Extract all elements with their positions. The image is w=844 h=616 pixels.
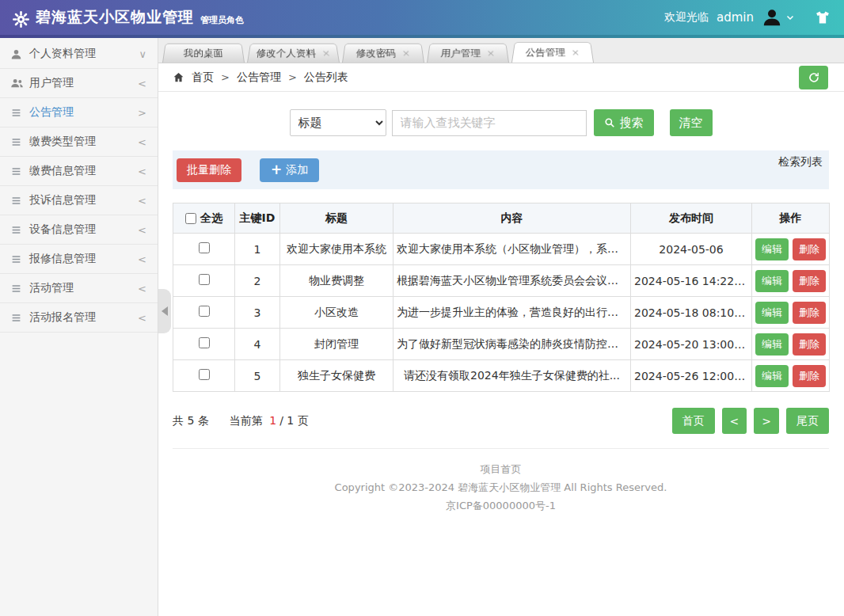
sidebar-item-activity-signup[interactable]: 活动报名管理 < xyxy=(0,303,158,333)
total-pages: 1 xyxy=(287,414,294,427)
footer: 项目首页 Copyright ©2023-2024 碧海蓝天小区物业管理 All… xyxy=(173,449,829,515)
clear-button[interactable]: 清空 xyxy=(670,109,713,136)
edit-button[interactable]: 编辑 xyxy=(755,270,789,292)
sidebar-item-users[interactable]: 用户管理 < xyxy=(0,69,158,98)
select-all-label: 全选 xyxy=(200,211,222,226)
prev-page-button[interactable]: < xyxy=(722,408,747,434)
column-header-content: 内容 xyxy=(393,203,631,234)
cell-id: 2 xyxy=(235,265,280,297)
current-page-number: 1 xyxy=(269,414,276,427)
tab-announcement-management[interactable]: 公告管理 × xyxy=(511,42,594,63)
refresh-icon xyxy=(808,71,820,84)
tab-edit-profile[interactable]: 修改个人资料 × xyxy=(247,44,340,63)
list-icon xyxy=(10,137,29,147)
batch-delete-label: 批量删除 xyxy=(187,163,231,176)
cell-id: 1 xyxy=(235,234,280,265)
sidebar-item-activities[interactable]: 活动管理 < xyxy=(0,274,158,303)
search-button[interactable]: 搜索 xyxy=(594,109,654,136)
edit-button[interactable]: 编辑 xyxy=(755,302,789,324)
sidebar-item-label: 个人资料管理 xyxy=(29,47,96,61)
chevron-left-icon: < xyxy=(138,78,146,89)
tab-user-management[interactable]: 用户管理 × xyxy=(427,44,509,63)
tab-label: 公告管理 xyxy=(525,46,565,59)
row-checkbox[interactable] xyxy=(199,369,210,380)
last-page-button[interactable]: 尾页 xyxy=(786,408,829,434)
chevron-right-icon: > xyxy=(138,107,146,119)
theme-shirt-icon[interactable] xyxy=(814,10,831,25)
row-checkbox[interactable] xyxy=(199,337,210,348)
close-icon[interactable]: × xyxy=(486,48,496,58)
footer-home-link[interactable]: 项目首页 xyxy=(481,463,522,475)
cell-publish-time: 2024-05-26 12:00:00 xyxy=(631,360,752,392)
close-icon[interactable]: × xyxy=(321,48,331,58)
sidebar-item-complaints[interactable]: 投诉信息管理 < xyxy=(0,186,158,215)
cell-publish-time: 2024-05-20 13:00:00 xyxy=(631,329,752,360)
list-icon xyxy=(10,166,29,177)
sidebar-item-equipment[interactable]: 设备信息管理 < xyxy=(0,215,158,245)
sidebar-item-announcements[interactable]: 公告管理 > xyxy=(0,98,158,127)
delete-button[interactable]: 删除 xyxy=(793,302,826,324)
page-suffix: 页 xyxy=(298,414,309,427)
cell-title: 欢迎大家使用本系统 xyxy=(280,234,393,265)
add-button-label: 添加 xyxy=(286,163,308,177)
edit-button[interactable]: 编辑 xyxy=(755,365,789,387)
pagination-info: 共 5 条当前第 1/ 1 页 xyxy=(173,414,309,428)
plus-icon: + xyxy=(271,163,282,177)
edit-button[interactable]: 编辑 xyxy=(755,238,789,260)
clear-button-label: 清空 xyxy=(679,116,703,130)
chevron-down-icon: ∨ xyxy=(139,48,146,60)
add-button[interactable]: + 添加 xyxy=(260,158,319,182)
column-header-id: 主键ID xyxy=(235,203,280,234)
pagination: 共 5 条当前第 1/ 1 页 首页 < > 尾页 xyxy=(173,408,829,434)
user-icon xyxy=(10,48,29,60)
breadcrumb-home[interactable]: 首页 xyxy=(192,70,214,85)
total-count: 共 5 条 xyxy=(173,414,209,427)
announcement-table: 全选 主键ID 标题 内容 发布时间 操作 1 欢迎大家使用本系统 xyxy=(173,203,830,392)
list-icon xyxy=(10,254,29,264)
list-icon xyxy=(10,196,29,206)
delete-button[interactable]: 删除 xyxy=(793,238,826,260)
batch-delete-button[interactable]: 批量删除 xyxy=(177,158,241,182)
search-input[interactable] xyxy=(392,110,587,136)
next-page-button[interactable]: > xyxy=(754,408,779,434)
row-checkbox[interactable] xyxy=(199,242,210,253)
cell-title: 小区改造 xyxy=(280,297,393,329)
users-icon xyxy=(10,78,29,89)
row-checkbox[interactable] xyxy=(199,274,210,285)
edit-button[interactable]: 编辑 xyxy=(755,333,789,356)
sidebar-item-label: 公告管理 xyxy=(29,105,74,120)
tab-my-desktop[interactable]: 我的桌面 xyxy=(162,44,245,63)
tab-label: 用户管理 xyxy=(440,47,481,60)
breadcrumb-announcement-list: 公告列表 xyxy=(304,70,348,85)
delete-button[interactable]: 删除 xyxy=(793,365,826,387)
chevron-left-icon: < xyxy=(138,283,146,295)
sidebar-item-label: 报修信息管理 xyxy=(29,252,96,266)
table-row: 1 欢迎大家使用本系统 欢迎大家使用本系统（小区物业管理），系统... 2024… xyxy=(173,234,830,265)
sidebar-item-repairs[interactable]: 报修信息管理 < xyxy=(0,245,158,274)
table-row: 4 封闭管理 为了做好新型冠状病毒感染的肺炎疫情防控工... 2024-05-2… xyxy=(173,329,830,360)
column-header-publish-time: 发布时间 xyxy=(631,203,752,234)
role-badge: 管理员角色 xyxy=(200,14,244,28)
home-icon xyxy=(173,71,184,83)
sidebar-item-profile[interactable]: 个人资料管理 ∨ xyxy=(0,40,158,69)
username: admin xyxy=(717,10,754,25)
first-page-button[interactable]: 首页 xyxy=(672,408,715,434)
user-menu[interactable] xyxy=(762,7,795,28)
close-icon[interactable]: × xyxy=(571,48,580,57)
sidebar-collapse-handle[interactable] xyxy=(158,289,171,333)
close-icon[interactable]: × xyxy=(401,48,411,58)
row-checkbox[interactable] xyxy=(199,306,210,317)
breadcrumb-announcement[interactable]: 公告管理 xyxy=(237,70,281,85)
sidebar-item-fee-info[interactable]: 缴费信息管理 < xyxy=(0,157,158,186)
select-all-checkbox[interactable] xyxy=(185,213,196,224)
content-panel: 标题 搜索 清空 批量删除 xyxy=(158,92,844,616)
search-field-select[interactable]: 标题 xyxy=(290,109,386,136)
sidebar-item-fee-types[interactable]: 缴费类型管理 < xyxy=(0,127,158,157)
cell-id: 5 xyxy=(235,360,280,392)
search-button-label: 搜索 xyxy=(620,116,644,131)
refresh-button[interactable] xyxy=(799,66,828,89)
cell-title: 物业费调整 xyxy=(280,265,393,297)
delete-button[interactable]: 删除 xyxy=(793,270,826,292)
tab-change-password[interactable]: 修改密码 × xyxy=(342,44,424,63)
delete-button[interactable]: 删除 xyxy=(793,333,826,356)
